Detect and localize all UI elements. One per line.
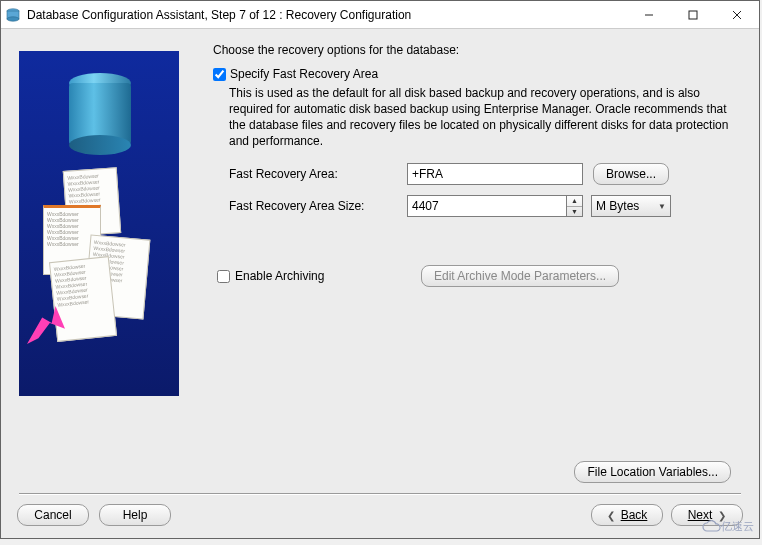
cloud-icon: [701, 519, 721, 533]
specify-fra-description: This is used as the default for all disk…: [229, 85, 741, 149]
window-title: Database Configuration Assistant, Step 7…: [27, 8, 627, 22]
dialog-window: Database Configuration Assistant, Step 7…: [0, 0, 760, 539]
back-button[interactable]: ❮Back: [591, 504, 663, 526]
fra-size-input[interactable]: [407, 195, 567, 217]
header-text: Choose the recovery options for the data…: [213, 43, 741, 57]
fra-size-spinner[interactable]: ▲▼: [567, 195, 583, 217]
fra-size-unit-value: M Bytes: [596, 199, 639, 213]
chevron-left-icon: ❮: [607, 510, 615, 521]
fra-area-label: Fast Recovery Area:: [229, 167, 407, 181]
content-area: WxxxBdowser WxxxBdowser WxxxBdowser Wxxx…: [1, 29, 759, 538]
edit-archive-params-button[interactable]: Edit Archive Mode Parameters...: [421, 265, 619, 287]
fra-size-label: Fast Recovery Area Size:: [229, 199, 407, 213]
fra-size-unit-select[interactable]: M Bytes ▼: [591, 195, 671, 217]
spinner-up-icon[interactable]: ▲: [567, 196, 582, 207]
spinner-down-icon[interactable]: ▼: [567, 207, 582, 217]
watermark: 亿速云: [698, 513, 756, 539]
help-button[interactable]: Help: [99, 504, 171, 526]
specify-fra-label: Specify Fast Recovery Area: [230, 67, 378, 81]
app-icon: [5, 7, 21, 23]
wizard-graphic: WxxxBdowser WxxxBdowser WxxxBdowser Wxxx…: [19, 51, 179, 396]
minimize-button[interactable]: [627, 1, 671, 29]
svg-marker-7: [27, 306, 65, 344]
close-button[interactable]: [715, 1, 759, 29]
browse-button[interactable]: Browse...: [593, 163, 669, 185]
enable-archiving-checkbox[interactable]: [217, 270, 230, 283]
specify-fra-checkbox[interactable]: [213, 68, 226, 81]
nav-row: Cancel Help ❮Back Next❯: [1, 494, 759, 538]
titlebar: Database Configuration Assistant, Step 7…: [1, 1, 759, 29]
file-location-variables-button[interactable]: File Location Variables...: [574, 461, 731, 483]
fra-area-input[interactable]: [407, 163, 583, 185]
enable-archiving-label: Enable Archiving: [235, 269, 421, 283]
svg-point-2: [7, 16, 19, 20]
maximize-button[interactable]: [671, 1, 715, 29]
cancel-button[interactable]: Cancel: [17, 504, 89, 526]
form-area: Choose the recovery options for the data…: [213, 39, 741, 455]
svg-rect-4: [689, 11, 697, 19]
chevron-down-icon: ▼: [658, 202, 666, 211]
arrow-icon: [27, 306, 65, 344]
